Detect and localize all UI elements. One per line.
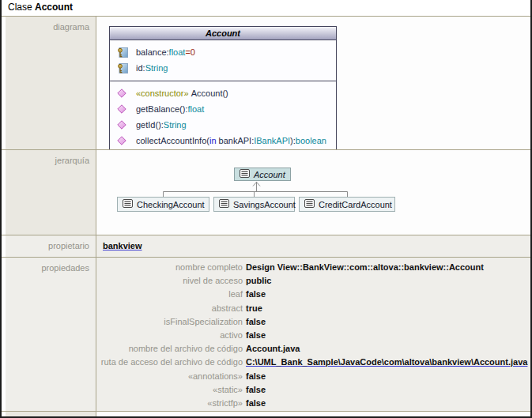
property-row: abstracttrue <box>96 303 530 317</box>
property-label: abstract <box>96 303 243 313</box>
member-text-segment: float <box>187 104 204 114</box>
table-row-properties: propiedades nombre completoDesign View::… <box>2 257 530 411</box>
uml-attribute-row: balance:float=0 <box>110 44 336 60</box>
property-row: activofalse <box>96 330 530 344</box>
class-icon <box>123 199 133 209</box>
key-icon <box>117 47 128 58</box>
property-row: nivel de accesopublic <box>96 276 530 289</box>
owner-content: bankview <box>96 235 530 257</box>
member-text-segment: String <box>164 120 187 130</box>
class-icon <box>219 199 229 209</box>
property-value: Design View::BankView::com::altova::bank… <box>246 262 484 272</box>
property-label: «annotations» <box>96 371 243 381</box>
operation-diamond-icon <box>117 104 128 114</box>
member-text-segment: getBalance(): <box>136 104 187 114</box>
property-row: isFinalSpecializationfalse <box>96 317 530 330</box>
property-row: «strictfp»false <box>96 398 530 411</box>
property-label: «strictfp» <box>96 398 243 408</box>
operation-diamond-icon <box>117 136 128 145</box>
table-row-owner: propietario bankview <box>2 235 530 257</box>
operation-diamond-icon <box>117 120 128 130</box>
member-text-segment: float <box>169 47 186 57</box>
property-value: false <box>246 398 266 408</box>
uml-attributes-compartment: balance:float=0id:String <box>110 40 336 81</box>
property-label: «static» <box>96 385 243 394</box>
property-label: isFinalSpecialization <box>96 317 243 326</box>
uml-attribute-row: id:String <box>110 60 336 76</box>
uml-operation-row: «constructor» Account() <box>110 85 336 101</box>
properties-content: nombre completoDesign View::BankView::co… <box>96 258 530 411</box>
hierarchy-child-label: SavingsAccount <box>233 200 296 209</box>
member-text-segment: «constructor» <box>136 88 191 98</box>
documentation-page: Clase Account diagrama Account balance:f… <box>0 0 532 418</box>
uml-operation-row: getBalance():float <box>110 101 336 117</box>
hierarchy-child-box[interactable]: CheckingAccount <box>117 197 209 212</box>
property-value: true <box>246 303 262 313</box>
member-text-segment: id: <box>136 63 145 73</box>
key-icon <box>117 63 128 73</box>
property-value-link[interactable]: C:\UML_Bank_Sample\JavaCode\com\altova\b… <box>246 357 527 367</box>
class-icon <box>240 169 250 179</box>
row-label-hierarchy: jerarquía <box>6 150 96 235</box>
member-text-segment: getId(): <box>136 120 164 130</box>
page-title: Clase Account <box>2 0 530 16</box>
member-text-segment: bankAPI: <box>217 136 255 145</box>
page-title-class-name: Account <box>35 2 73 13</box>
member-text-segment: balance: <box>136 47 169 57</box>
property-label: activo <box>96 330 243 340</box>
row-label-empty <box>6 412 96 417</box>
hierarchy-child-label: CreditCardAccount <box>319 200 392 209</box>
properties-list: nombre completoDesign View::BankView::co… <box>96 258 530 411</box>
hierarchy-content: Account CheckingAccountSavingsAccountCre… <box>96 150 530 235</box>
member-text-segment: Account() <box>191 88 228 98</box>
hierarchy-child-box[interactable]: SavingsAccount <box>213 197 295 212</box>
uml-operations-compartment: «constructor» Account()getBalance():floa… <box>110 81 336 149</box>
page-title-prefix: Clase <box>8 2 35 13</box>
row-label-diagram: diagrama <box>6 17 96 149</box>
table-row-hierarchy: jerarquía Account CheckingAccountSavings… <box>2 149 530 235</box>
property-label: nombre del archivo de código <box>96 344 243 353</box>
uml-operation-row: getId():String <box>110 117 336 133</box>
hierarchy-root-label: Account <box>254 170 285 179</box>
member-text-segment: String <box>145 63 168 73</box>
property-row: nombre del archivo de códigoAccount.java <box>96 344 530 357</box>
member-text-segment: collectAccountInfo( <box>136 136 209 145</box>
diagram-content: Account balance:float=0id:String «constr… <box>96 17 530 149</box>
row-label-owner: propietario <box>6 235 96 257</box>
owner-link[interactable]: bankview <box>103 241 142 250</box>
operation-diamond-icon <box>117 88 128 98</box>
member-text-segment: in <box>209 136 217 145</box>
table-row-partial <box>2 411 530 417</box>
property-row: «annotations»false <box>96 371 530 385</box>
property-row: leaffalse <box>96 289 530 303</box>
hierarchy-root-box[interactable]: Account <box>234 168 291 181</box>
property-row: nombre completoDesign View::BankView::co… <box>96 262 530 276</box>
property-value: false <box>246 330 266 340</box>
property-value: false <box>246 317 266 326</box>
property-label: leaf <box>96 289 243 299</box>
property-row: «static»false <box>96 385 530 398</box>
property-label: nivel de acceso <box>96 276 243 285</box>
property-value: public <box>246 276 271 285</box>
member-text-segment: boolean <box>296 136 326 145</box>
uml-class-box: Account balance:float=0id:String «constr… <box>109 26 337 149</box>
property-value: false <box>246 385 266 394</box>
partial-row-content <box>96 412 530 417</box>
member-text-segment: ): <box>290 136 296 145</box>
property-value: false <box>246 371 266 381</box>
hierarchy-child-box[interactable]: CreditCardAccount <box>299 197 395 212</box>
uml-operation-row: collectAccountInfo(in bankAPI:IBankAPI):… <box>110 133 336 149</box>
uml-class-title: Account <box>110 27 336 40</box>
property-label: ruta de acceso del archivo de código <box>96 357 243 367</box>
property-value: Account.java <box>246 344 300 353</box>
member-text-segment: =0 <box>185 47 195 57</box>
hierarchy-connector-lines <box>96 150 530 235</box>
property-row: ruta de acceso del archivo de códigoC:\U… <box>96 357 530 371</box>
hierarchy-child-label: CheckingAccount <box>137 200 205 209</box>
property-value: false <box>246 289 266 299</box>
property-label: nombre completo <box>96 262 243 272</box>
table-row-diagram: diagrama Account balance:float=0id:Strin… <box>2 16 530 149</box>
class-icon <box>304 199 315 209</box>
row-label-properties: propiedades <box>6 258 96 411</box>
member-text-segment: IBankAPI <box>254 136 290 145</box>
